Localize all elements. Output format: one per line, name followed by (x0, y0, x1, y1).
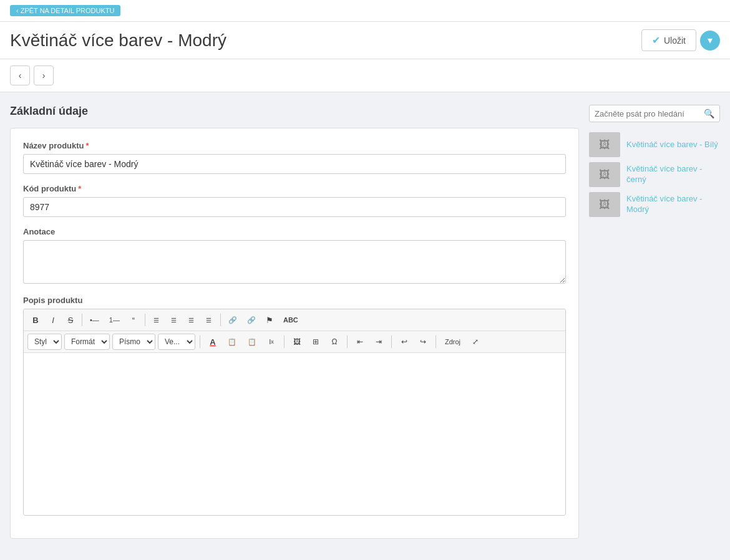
product-name-2[interactable]: Květináč více barev - černý (626, 164, 720, 185)
product-thumb-1: 🖼 (589, 132, 620, 157)
editor-body[interactable] (24, 353, 565, 515)
back-link[interactable]: ZPĚT NA DETAIL PRODUKTU (10, 5, 120, 16)
ol-button[interactable]: 1— (105, 312, 124, 328)
list-item[interactable]: 🖼 Květináč více barev - Modrý (589, 192, 720, 217)
italic-button[interactable]: I (45, 312, 61, 328)
insert-image-button[interactable]: 🖼 (289, 334, 305, 350)
description-label: Popis produktu (23, 296, 566, 305)
required-star-2: * (78, 184, 81, 193)
unlink-button[interactable]: 🔗 (243, 312, 260, 328)
align-right-button[interactable]: ☰ (183, 312, 200, 328)
product-thumb-2: 🖼 (589, 162, 620, 187)
paste-word-button[interactable]: 📋 (223, 334, 241, 350)
sep3 (220, 314, 221, 326)
editor-toolbar-row1: B I S •— 1— “ ☰ ☰ ☰ ☰ 🔗 🔗 (24, 309, 565, 331)
product-thumb-3: 🖼 (589, 192, 620, 217)
next-button[interactable]: › (34, 65, 54, 85)
sep2 (145, 314, 145, 326)
prev-button[interactable]: ‹ (10, 65, 30, 85)
dropdown-button[interactable]: ▾ (700, 31, 720, 51)
sep1 (82, 314, 82, 326)
link-button[interactable]: 🔗 (224, 312, 241, 328)
expand-button[interactable]: ⤢ (467, 334, 484, 350)
style-select[interactable]: Styl (27, 334, 62, 350)
right-panel: 🔍 🖼 Květináč více barev - Bílý 🖼 Květiná… (589, 105, 720, 539)
product-code-input[interactable] (23, 197, 566, 217)
search-box: 🔍 (589, 105, 720, 122)
strikethrough-button[interactable]: S (62, 312, 79, 328)
bold-button[interactable]: B (27, 312, 44, 328)
search-input[interactable] (595, 109, 704, 118)
clear-format-button[interactable]: Ix (263, 334, 280, 350)
align-center-button[interactable]: ☰ (166, 312, 182, 328)
sep7 (391, 336, 392, 348)
required-star: * (86, 141, 89, 150)
annotation-label: Anotace (23, 227, 566, 236)
product-list: 🖼 Květináč více barev - Bílý 🖼 Květináč … (589, 132, 720, 217)
page-title: Květináč více barev - Modrý (10, 31, 226, 51)
sep5 (284, 336, 285, 348)
spellcheck-button[interactable]: ABC (279, 312, 303, 328)
product-name-input[interactable] (23, 154, 566, 174)
insert-table-button[interactable]: ⊞ (308, 334, 324, 350)
list-item[interactable]: 🖼 Květináč více barev - černý (589, 162, 720, 187)
save-button[interactable]: ✔ Uložit (641, 29, 696, 51)
source-button[interactable]: Zdroj (440, 334, 465, 350)
editor-wrapper: B I S •— 1— “ ☰ ☰ ☰ ☰ 🔗 🔗 (23, 309, 566, 516)
left-panel: Základní údaje Název produktu * Kód prod… (10, 105, 579, 539)
font-select[interactable]: Písmo (112, 334, 155, 350)
blockquote-button[interactable]: “ (125, 312, 142, 328)
size-select[interactable]: Ve... (158, 334, 195, 350)
product-name-3[interactable]: Květináč více barev - Modrý (626, 194, 720, 215)
outdent-button[interactable]: ⇤ (352, 334, 368, 350)
redo-button[interactable]: ↪ (415, 334, 431, 350)
paste-text-button[interactable]: 📋 (243, 334, 261, 350)
sep4 (200, 336, 200, 348)
product-code-group: Kód produktu * (23, 184, 566, 217)
section-title: Základní údaje (10, 105, 579, 118)
indent-button[interactable]: ⇥ (371, 334, 387, 350)
sep6 (347, 336, 348, 348)
annotation-textarea[interactable] (23, 240, 566, 284)
check-icon: ✔ (652, 34, 660, 46)
align-left-button[interactable]: ☰ (148, 312, 165, 328)
search-icon: 🔍 (704, 109, 714, 118)
editor-toolbar-row2: Styl Formát Písmo Ve... A 📋 (24, 331, 565, 353)
product-name-group: Název produktu * (23, 141, 566, 174)
flag-button[interactable]: ⚑ (261, 312, 278, 328)
header-actions: ✔ Uložit ▾ (641, 29, 720, 51)
product-name-label: Název produktu * (23, 141, 566, 150)
list-item[interactable]: 🖼 Květináč více barev - Bílý (589, 132, 720, 157)
align-justify-button[interactable]: ☰ (201, 312, 217, 328)
font-color-button[interactable]: A (205, 334, 221, 350)
product-name-1[interactable]: Květináč více barev - Bílý (626, 140, 718, 150)
undo-button[interactable]: ↩ (396, 334, 412, 350)
ul-button[interactable]: •— (85, 312, 104, 328)
description-group: Popis produktu B I S •— 1— “ ☰ ☰ ☰ (23, 296, 566, 516)
sep8 (436, 336, 436, 348)
main-card: Název produktu * Kód produktu * Anotace (10, 128, 579, 539)
product-code-label: Kód produktu * (23, 184, 566, 193)
special-char-button[interactable]: Ω (326, 334, 343, 350)
annotation-group: Anotace (23, 227, 566, 286)
format-select[interactable]: Formát (64, 334, 110, 350)
